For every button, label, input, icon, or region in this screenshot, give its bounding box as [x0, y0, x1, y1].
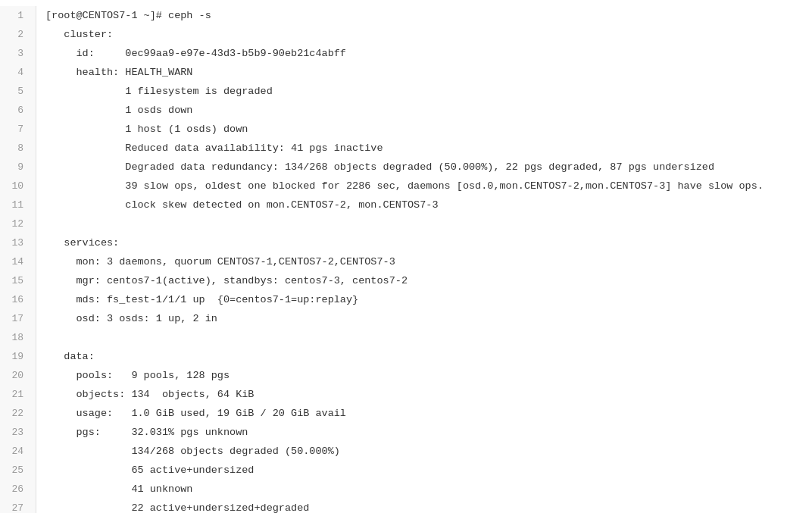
- line-number-5: 5: [6, 82, 30, 101]
- code-line-9: Degraded data redundancy: 134/268 object…: [45, 158, 803, 177]
- line-number-27: 27: [6, 499, 30, 513]
- code-line-23: pgs: 32.031% pgs unknown: [45, 423, 803, 442]
- code-line-7: 1 host (1 osds) down: [45, 120, 803, 139]
- code-line-8: Reduced data availability: 41 pgs inacti…: [45, 139, 803, 158]
- code-line-18: [45, 328, 803, 347]
- code-line-11: clock skew detected on mon.CENTOS7-2, mo…: [45, 196, 803, 214]
- line-number-26: 26: [6, 480, 30, 499]
- code-line-26: 41 unknown: [45, 480, 803, 499]
- code-line-20: pools: 9 pools, 128 pgs: [45, 366, 803, 385]
- line-numbers: 1234567891011121314151617181920212223242…: [0, 6, 36, 513]
- line-number-19: 19: [6, 347, 30, 366]
- line-number-16: 16: [6, 290, 30, 309]
- code-line-15: mgr: centos7-1(active), standbys: centos…: [45, 271, 803, 290]
- line-number-17: 17: [6, 309, 30, 328]
- line-number-1: 1: [6, 6, 30, 25]
- line-number-12: 12: [6, 214, 30, 233]
- line-number-10: 10: [6, 177, 30, 196]
- code-line-16: mds: fs_test-1/1/1 up {0=centos7-1=up:re…: [45, 290, 803, 309]
- line-number-24: 24: [6, 442, 30, 461]
- code-line-10: 39 slow ops, oldest one blocked for 2286…: [45, 177, 803, 196]
- line-number-2: 2: [6, 25, 30, 44]
- line-number-14: 14: [6, 252, 30, 271]
- line-number-3: 3: [6, 44, 30, 63]
- code-line-14: mon: 3 daemons, quorum CENTOS7-1,CENTOS7…: [45, 252, 803, 271]
- code-line-22: usage: 1.0 GiB used, 19 GiB / 20 GiB ava…: [45, 404, 803, 423]
- code-line-13: services:: [45, 233, 803, 252]
- line-number-21: 21: [6, 385, 30, 404]
- code-line-21: objects: 134 objects, 64 KiB: [45, 385, 803, 404]
- line-number-13: 13: [6, 233, 30, 252]
- line-number-18: 18: [6, 328, 30, 347]
- code-line-2: cluster:: [45, 25, 803, 44]
- code-line-24: 134/268 objects degraded (50.000%): [45, 442, 803, 461]
- code-line-5: 1 filesystem is degraded: [45, 82, 803, 101]
- code-line-3: id: 0ec99aa9-e97e-43d3-b5b9-90eb21c4abff: [45, 44, 803, 63]
- terminal-container: 1234567891011121314151617181920212223242…: [0, 0, 812, 513]
- line-number-25: 25: [6, 461, 30, 480]
- code-line-6: 1 osds down: [45, 101, 803, 120]
- code-line-4: health: HEALTH_WARN: [45, 63, 803, 82]
- line-number-7: 7: [6, 120, 30, 139]
- code-line-27: 22 active+undersized+degraded: [45, 499, 803, 513]
- code-line-25: 65 active+undersized: [45, 461, 803, 480]
- code-line-12: [45, 214, 803, 233]
- code-content: [root@CENTOS7-1 ~]# ceph -s cluster: id:…: [36, 6, 812, 513]
- line-number-4: 4: [6, 63, 30, 82]
- line-number-6: 6: [6, 101, 30, 120]
- line-number-20: 20: [6, 366, 30, 385]
- line-number-11: 11: [6, 196, 30, 214]
- code-line-1: [root@CENTOS7-1 ~]# ceph -s: [45, 6, 803, 25]
- code-line-19: data:: [45, 347, 803, 366]
- line-number-22: 22: [6, 404, 30, 423]
- line-number-9: 9: [6, 158, 30, 177]
- code-line-17: osd: 3 osds: 1 up, 2 in: [45, 309, 803, 328]
- line-number-8: 8: [6, 139, 30, 158]
- line-number-23: 23: [6, 423, 30, 442]
- line-number-15: 15: [6, 271, 30, 290]
